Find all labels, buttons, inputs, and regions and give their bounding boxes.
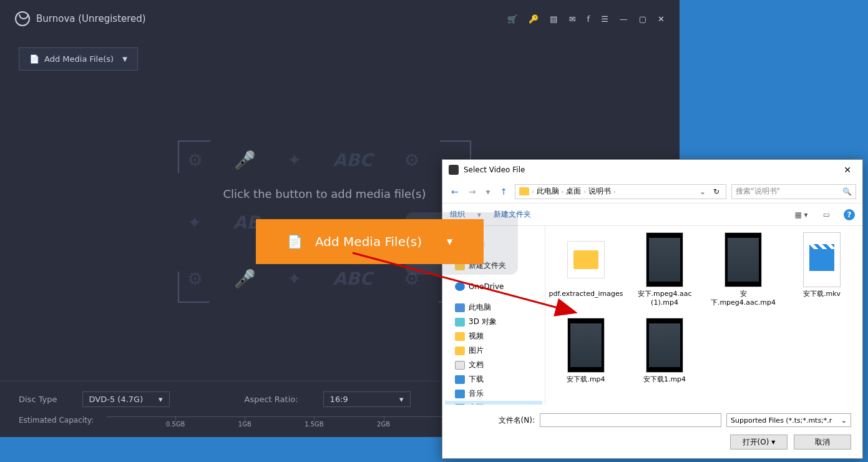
sidebar-item[interactable]: 下载 xyxy=(445,372,542,386)
breadcrumb-item[interactable]: 说明书 xyxy=(588,186,611,197)
breadcrumb-bar[interactable]: › 此电脑 › 桌面 › 说明书 › ⌄ ↻ xyxy=(515,184,726,199)
facebook-icon[interactable]: f xyxy=(587,14,590,24)
title-bar: Burnova (Unregistered) 🛒 🔑 ▤ ✉ f ☰ — ▢ ✕ xyxy=(0,0,680,37)
refresh-icon[interactable]: ↻ xyxy=(711,187,722,196)
filter-select[interactable]: Supported Files (*.ts;*.mts;*.r⌄ xyxy=(726,413,851,427)
sidebar-item-label: 此电脑 xyxy=(469,302,491,313)
file-open-dialog: Select Video File ✕ ← → ▾ ↑ › 此电脑 › 桌面 ›… xyxy=(442,159,863,459)
main-toolbar: 📄 Add Media File(s) ▼ xyxy=(0,37,680,81)
sidebar-item[interactable]: 3D 对象 xyxy=(445,315,542,329)
sidebar-item[interactable]: 图片 xyxy=(445,343,542,358)
aspect-ratio-select[interactable]: 16:9▾ xyxy=(323,391,411,407)
feedback-icon[interactable]: ✉ xyxy=(569,14,576,24)
file-thumbnail xyxy=(724,232,762,287)
capacity-tick: 1.5GB xyxy=(305,421,324,428)
dialog-app-icon xyxy=(449,165,459,175)
drop-zone: ⚙🎤✦ABC⚙ Click the button to add media fi… xyxy=(162,125,487,325)
notes-icon[interactable]: ▤ xyxy=(550,14,557,24)
burnova-logo-icon xyxy=(15,11,30,26)
file-item[interactable]: 安下.mpeg4.aac.mp4 xyxy=(709,232,778,308)
add-media-label: Add Media File(s) xyxy=(44,54,114,64)
chevron-down-icon: ▾ xyxy=(399,395,404,404)
chevron-down-icon: ▾ xyxy=(158,395,163,404)
background-decorations: ⚙🎤✦ABC⚙ xyxy=(187,150,462,183)
capacity-label: Estimated Capacity: xyxy=(19,416,94,425)
capacity-tick: 0.5GB xyxy=(166,421,185,428)
search-icon: 🔍 xyxy=(842,187,852,196)
nav-back-button[interactable]: ← xyxy=(449,184,461,199)
sidebar-item-label: 下载 xyxy=(469,374,484,385)
filename-input[interactable] xyxy=(540,413,721,427)
sidebar-item-label: 文档 xyxy=(469,360,484,370)
file-name: 安下载.mkv xyxy=(803,290,841,298)
folder-icon xyxy=(455,303,465,312)
cancel-button[interactable]: 取消 xyxy=(794,435,851,450)
file-thumbnail xyxy=(567,241,605,278)
filename-label: 文件名(N): xyxy=(454,415,535,426)
sidebar-item[interactable]: 文档 xyxy=(445,358,542,372)
titlebar-actions: 🛒 🔑 ▤ ✉ f ☰ — ▢ ✕ xyxy=(507,14,665,24)
capacity-tick: 1GB xyxy=(238,421,251,428)
search-input[interactable]: 搜索"说明书" 🔍 xyxy=(731,184,856,199)
file-thumbnail xyxy=(803,232,841,287)
add-media-button-small[interactable]: 📄 Add Media File(s) ▼ xyxy=(19,47,138,71)
key-icon[interactable]: 🔑 xyxy=(529,14,539,24)
sidebar-item-label: 3D 对象 xyxy=(469,317,497,327)
sidebar-item-label: OneDrive xyxy=(469,282,504,291)
sidebar-item-label: 图片 xyxy=(469,345,484,356)
app-title: Burnova (Unregistered) xyxy=(36,13,146,24)
view-mode-button[interactable]: ▦ ▾ xyxy=(793,209,809,220)
nav-forward-button[interactable]: → xyxy=(466,184,479,199)
breadcrumb-item[interactable]: 桌面 xyxy=(566,186,581,197)
preview-pane-button[interactable]: ▭ xyxy=(822,209,831,220)
file-thumbnail xyxy=(567,318,605,373)
chevron-down-icon: ▼ xyxy=(122,56,127,62)
sidebar-item-label: 视频 xyxy=(469,331,484,342)
folder-icon xyxy=(455,390,465,398)
breadcrumb-dropdown[interactable]: ⌄ xyxy=(697,187,708,196)
minimize-button[interactable]: — xyxy=(620,14,628,24)
file-item[interactable]: pdf.extracted_images xyxy=(552,232,620,308)
disc-type-label: Disc Type xyxy=(19,395,57,404)
chevron-down-icon: ▼ xyxy=(447,237,452,246)
file-add-icon: 📄 xyxy=(29,54,39,64)
nav-recent-button[interactable]: ▾ xyxy=(483,184,492,199)
add-media-button-big[interactable]: 📄 Add Media File(s) ▼ xyxy=(256,219,484,264)
file-list: pdf.extracted_images安下.mpeg4.aac (1).mp4… xyxy=(545,226,862,405)
nav-up-button[interactable]: ↑ xyxy=(498,184,510,199)
folder-icon xyxy=(455,375,465,384)
dialog-close-button[interactable]: ✕ xyxy=(839,162,856,177)
disc-type-select[interactable]: DVD-5 (4.7G)▾ xyxy=(82,391,170,407)
file-name: 安下.mpeg4.aac.mp4 xyxy=(709,290,778,308)
cart-icon[interactable]: 🛒 xyxy=(507,14,517,24)
capacity-tick: 2GB xyxy=(377,421,390,428)
dialog-title-bar: Select Video File ✕ xyxy=(442,160,862,180)
menu-icon[interactable]: ☰ xyxy=(601,14,608,24)
dialog-footer: 文件名(N): Supported Files (*.ts;*.mts;*.r⌄… xyxy=(442,405,862,458)
file-item[interactable]: 安下.mpeg4.aac (1).mp4 xyxy=(630,232,699,308)
maximize-button[interactable]: ▢ xyxy=(639,14,646,24)
file-name: 安下载.mp4 xyxy=(567,375,605,384)
file-item[interactable]: 安下载.mkv xyxy=(788,232,856,308)
sidebar-item[interactable]: 此电脑 xyxy=(445,300,542,315)
file-name: 安下.mpeg4.aac (1).mp4 xyxy=(630,290,699,308)
file-name: pdf.extracted_images xyxy=(549,290,623,298)
close-button[interactable]: ✕ xyxy=(658,14,665,24)
open-button[interactable]: 打开(O)▼ xyxy=(730,435,788,450)
sidebar-item[interactable]: 音乐 xyxy=(445,386,542,401)
folder-icon xyxy=(455,332,465,341)
folder-icon xyxy=(519,187,529,195)
dialog-nav-bar: ← → ▾ ↑ › 此电脑 › 桌面 › 说明书 › ⌄ ↻ 搜索"说明书" 🔍 xyxy=(442,180,862,204)
dialog-title: Select Video File xyxy=(464,165,525,174)
add-media-big-label: Add Media File(s) xyxy=(315,234,422,249)
aspect-ratio-label: Aspect Ratio: xyxy=(245,395,298,404)
breadcrumb-item[interactable]: 此电脑 xyxy=(537,186,559,197)
sidebar-item[interactable]: 视频 xyxy=(445,329,542,343)
help-icon[interactable]: ? xyxy=(844,209,855,220)
file-thumbnail xyxy=(646,232,683,287)
sidebar-item[interactable]: OneDrive xyxy=(445,280,542,293)
folder-icon xyxy=(455,361,465,370)
file-item[interactable]: 安下载.mp4 xyxy=(552,318,620,384)
file-item[interactable]: 安下载1.mp4 xyxy=(630,318,699,384)
app-logo: Burnova (Unregistered) xyxy=(15,11,146,26)
